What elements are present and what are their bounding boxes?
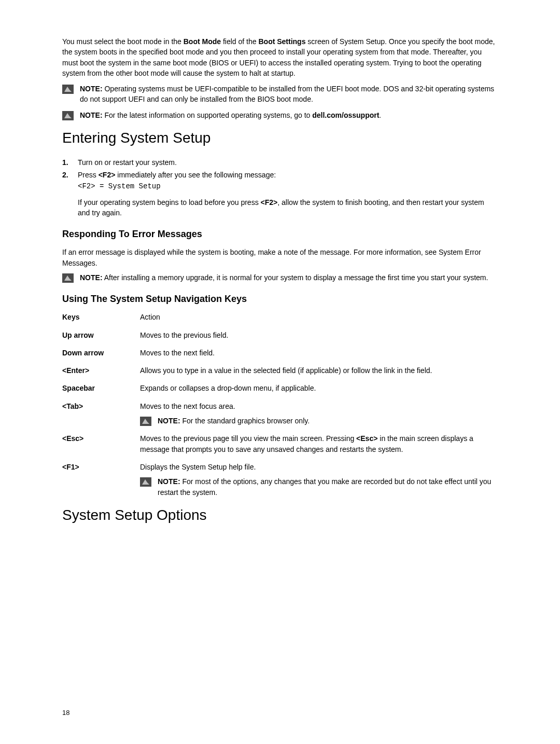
note-2-after: .: [379, 111, 381, 119]
table-row: <Esc> Moves to the previous page till yo…: [62, 433, 498, 454]
action-f1: Displays the System Setup help file. NOT…: [140, 462, 498, 498]
table-row: <Enter> Allows you to type in a value in…: [62, 365, 498, 376]
note-3-text: NOTE: After installing a memory upgrade,…: [80, 272, 498, 283]
note-2: NOTE: For the latest information on supp…: [62, 110, 498, 120]
note-1: NOTE: Operating systems must be UEFI-com…: [62, 84, 498, 105]
key-enter: <Enter>: [62, 365, 140, 376]
key-f1: <F1>: [62, 462, 140, 472]
header-keys: Keys: [62, 312, 140, 322]
responding-para: If an error message is displayed while t…: [62, 247, 498, 268]
heading-system-setup-options: System Setup Options: [62, 505, 498, 526]
step-followup: If your operating system begins to load …: [78, 197, 498, 218]
note-2-link: dell.com/ossupport: [312, 111, 379, 119]
tab-note-text: NOTE: For the standard graphics browser …: [158, 416, 310, 426]
note-3-body: After installing a memory upgrade, it is…: [103, 273, 488, 282]
table-row: <F1> Displays the System Setup help file…: [62, 462, 498, 498]
boot-mode-bold: Boot Mode: [184, 37, 221, 46]
tab-note-body: For the standard graphics browser only.: [180, 417, 310, 425]
intro-paragraph: You must select the boot mode in the Boo…: [62, 36, 498, 78]
esc-before: Moves to the previous page till you view…: [140, 434, 356, 443]
step-2: 2. Press <F2> immediately after you see …: [62, 170, 498, 192]
step-1-text: Turn on or restart your system.: [78, 157, 498, 168]
note-label: NOTE:: [158, 417, 180, 425]
key-esc: <Esc>: [62, 433, 140, 444]
note-label: NOTE:: [80, 85, 103, 93]
header-action: Action: [140, 312, 498, 322]
note-icon: [62, 85, 74, 94]
heading-responding-errors: Responding To Error Messages: [62, 227, 498, 241]
action-tab-text: Moves to the next focus area.: [140, 401, 498, 411]
step-num: 1.: [62, 157, 78, 168]
key-downarrow: Down arrow: [62, 348, 140, 358]
key-uparrow: Up arrow: [62, 330, 140, 340]
key-tab: <Tab>: [62, 401, 140, 411]
f1-note-body: For most of the options, any changes tha…: [158, 477, 491, 496]
note-2-text: NOTE: For the latest information on supp…: [80, 110, 498, 120]
key-spacebar: Spacebar: [62, 383, 140, 393]
table-row: Down arrow Moves to the next field.: [62, 348, 498, 358]
note-icon: [140, 477, 151, 487]
step-2-before: Press: [78, 171, 99, 179]
note-3: NOTE: After installing a memory upgrade,…: [62, 272, 498, 283]
esc-key-bold: <Esc>: [356, 434, 377, 443]
tab-note: NOTE: For the standard graphics browser …: [140, 416, 498, 426]
note-1-body: Operating systems must be UEFI-compatibl…: [80, 85, 494, 103]
heading-entering-system-setup: Entering System Setup: [62, 128, 498, 149]
action-uparrow: Moves to the previous field.: [140, 330, 498, 340]
table-row: Up arrow Moves to the previous field.: [62, 330, 498, 340]
step-2-after: immediately after you see the following …: [115, 171, 276, 179]
note-label: NOTE:: [80, 111, 103, 119]
steps-list: 1. Turn on or restart your system. 2. Pr…: [62, 157, 498, 192]
followup-before: If your operating system begins to load …: [78, 198, 261, 206]
action-downarrow: Moves to the next field.: [140, 348, 498, 358]
action-esc: Moves to the previous page till you view…: [140, 433, 498, 454]
f1-note-text: NOTE: For most of the options, any chang…: [158, 476, 498, 498]
action-enter: Allows you to type in a value in the sel…: [140, 365, 498, 376]
note-1-text: NOTE: Operating systems must be UEFI-com…: [80, 84, 498, 105]
key-table: Keys Action Up arrow Moves to the previo…: [62, 312, 498, 498]
note-icon: [140, 417, 151, 426]
step-2-code: <F2> = System Setup: [78, 181, 498, 191]
followup-key: <F2>: [261, 198, 278, 206]
action-spacebar: Expands or collapses a drop-down menu, i…: [140, 383, 498, 393]
step-1: 1. Turn on or restart your system.: [62, 157, 498, 168]
heading-using-nav-keys: Using The System Setup Navigation Keys: [62, 292, 498, 306]
table-row: Spacebar Expands or collapses a drop-dow…: [62, 383, 498, 393]
page-number: 18: [62, 708, 69, 718]
note-label: NOTE:: [80, 273, 103, 282]
table-row: <Tab> Moves to the next focus area. NOTE…: [62, 401, 498, 426]
note-2-before: For the latest information on supported …: [103, 111, 313, 119]
note-icon: [62, 273, 74, 283]
step-2-content: Press <F2> immediately after you see the…: [78, 170, 498, 192]
step-num: 2.: [62, 170, 78, 192]
note-label: NOTE:: [158, 477, 180, 486]
note-icon: [62, 111, 74, 120]
table-header-row: Keys Action: [62, 312, 498, 322]
step-2-key: <F2>: [99, 171, 116, 179]
action-tab: Moves to the next focus area. NOTE: For …: [140, 401, 498, 426]
f1-note: NOTE: For most of the options, any chang…: [140, 476, 498, 498]
action-f1-text: Displays the System Setup help file.: [140, 462, 498, 472]
boot-settings-bold: Boot Settings: [258, 37, 305, 46]
